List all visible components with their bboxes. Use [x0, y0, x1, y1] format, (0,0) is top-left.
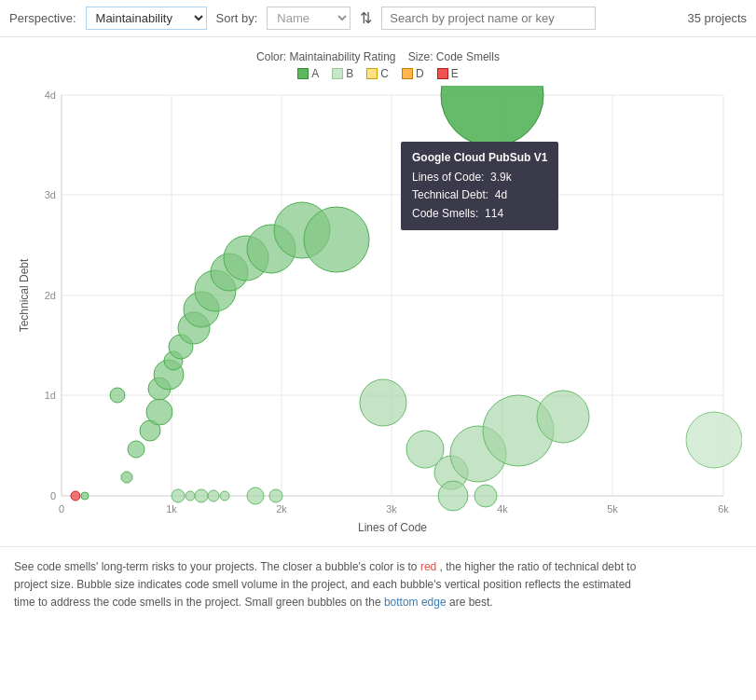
perspective-label: Perspective:: [9, 11, 76, 25]
footer-red-word: red: [420, 560, 436, 573]
bubble-30[interactable]: [474, 485, 497, 507]
legend-item-c: C: [366, 67, 389, 80]
footer: See code smells' long-term risks to your…: [0, 546, 756, 624]
footer-blue-word: bottom edge: [384, 596, 447, 609]
legend-label-a: A: [311, 67, 319, 80]
color-label: Color: Maintainability Rating: [256, 50, 395, 63]
bubble-3[interactable]: [128, 441, 144, 458]
legend-color-c: [366, 68, 378, 79]
footer-text1: See code smells' long-term risks to your…: [14, 560, 418, 573]
svg-text:1d: 1d: [44, 390, 55, 401]
legend-color-a: [297, 68, 309, 79]
legend-color-b: [332, 68, 343, 79]
footer-text3: project size. Bubble size indicates code…: [14, 578, 631, 591]
bubble-14[interactable]: [220, 491, 229, 501]
bubble-chart: 0 1k 2k 3k 4k 5k 6k 0 1d 2d 3d 4d Lines …: [15, 86, 742, 542]
x-axis-label: Lines of Code: [357, 521, 426, 534]
bubble-small-1[interactable]: [81, 492, 89, 500]
footer-text2: , the higher the ratio of technical debt…: [440, 560, 637, 573]
footer-text5: are best.: [449, 596, 493, 609]
bubble-far-right[interactable]: [686, 412, 742, 468]
sortby-label: Sort by:: [216, 11, 258, 25]
svg-text:2k: 2k: [276, 503, 287, 515]
svg-text:6k: 6k: [718, 503, 729, 515]
legend-label: Color: Maintainability Rating Size: Code…: [0, 50, 756, 63]
legend-color-d: [402, 68, 413, 79]
bubble-29[interactable]: [438, 481, 468, 511]
bubble-12[interactable]: [195, 489, 208, 502]
bubble-2[interactable]: [121, 472, 132, 483]
chart-container: Color: Maintainability Rating Size: Code…: [0, 37, 756, 542]
search-input[interactable]: [381, 7, 596, 30]
bubble-23[interactable]: [360, 379, 406, 426]
svg-text:0: 0: [49, 490, 55, 501]
svg-text:3k: 3k: [386, 503, 397, 515]
footer-text4: time to address the code smells in the p…: [14, 596, 381, 609]
bubble-13[interactable]: [208, 490, 219, 501]
legend-label-b: B: [346, 67, 353, 80]
bubble-1[interactable]: [110, 388, 125, 403]
legend-area: Color: Maintainability Rating Size: Code…: [0, 47, 756, 86]
legend-label-c: C: [380, 67, 389, 80]
project-count: 35 projects: [687, 11, 747, 25]
legend-label-e: E: [451, 67, 459, 80]
legend-item-a: A: [297, 67, 319, 80]
legend-label-d: D: [416, 67, 424, 80]
svg-text:5k: 5k: [607, 503, 618, 515]
bubble-5[interactable]: [146, 399, 172, 425]
bubble-10[interactable]: [172, 489, 185, 502]
svg-text:2d: 2d: [44, 290, 55, 301]
bubble-mid-2[interactable]: [269, 489, 282, 502]
bubble-pubsub[interactable]: [441, 86, 543, 146]
bubble-mid-1[interactable]: [247, 487, 264, 504]
y-axis-label: Technical Debt: [18, 258, 31, 332]
bubble-22[interactable]: [304, 207, 369, 272]
perspective-select[interactable]: Maintainability: [86, 7, 207, 30]
legend-color-e: [437, 68, 448, 79]
size-label: Size: Code Smells: [408, 50, 500, 63]
bubble-28[interactable]: [537, 391, 589, 443]
legend-item-e: E: [437, 67, 459, 80]
legend-item-d: D: [402, 67, 424, 80]
sort-direction-icon[interactable]: ⇅: [360, 9, 372, 27]
svg-text:3d: 3d: [44, 189, 55, 200]
svg-text:4d: 4d: [44, 89, 55, 101]
legend-item-b: B: [332, 67, 353, 80]
bubble-red-1[interactable]: [71, 491, 80, 501]
svg-text:4k: 4k: [497, 503, 508, 515]
sortby-select[interactable]: Name: [267, 7, 351, 30]
legend-items: A B C D E: [0, 67, 756, 80]
bubble-11[interactable]: [186, 491, 195, 501]
header-bar: Perspective: Maintainability Sort by: Na…: [0, 0, 756, 37]
svg-text:1k: 1k: [166, 503, 177, 515]
svg-text:0: 0: [58, 503, 63, 515]
